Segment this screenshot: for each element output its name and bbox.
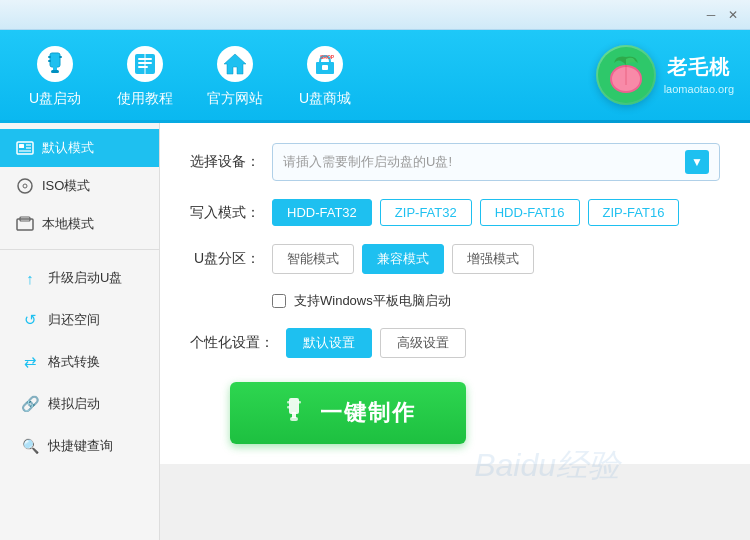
home-icon xyxy=(217,46,253,82)
personal-buttons: 默认设置 高级设置 xyxy=(286,328,466,358)
nav-label-website: 官方网站 xyxy=(207,90,263,108)
partition-smart[interactable]: 智能模式 xyxy=(272,244,354,274)
usb-icon xyxy=(37,46,73,82)
format-icon: ⇄ xyxy=(20,352,40,372)
action-label-upgrade: 升级启动U盘 xyxy=(48,269,122,287)
partition-enhance[interactable]: 增强模式 xyxy=(452,244,534,274)
svg-rect-4 xyxy=(59,56,62,58)
brand-name: 老毛桃 xyxy=(664,54,734,81)
tablet-checkbox[interactable] xyxy=(272,294,286,308)
partition-buttons: 智能模式 兼容模式 增强模式 xyxy=(272,244,534,274)
device-select[interactable]: 请插入需要制作启动盘的U盘! ▼ xyxy=(272,143,720,181)
write-mode-label: 写入模式： xyxy=(190,204,260,222)
restore-icon: ↺ xyxy=(20,310,40,330)
write-mode-hdd-fat32[interactable]: HDD-FAT32 xyxy=(272,199,372,226)
sidebar-modes: 默认模式 ISO模式 本地模式 xyxy=(0,123,159,250)
write-mode-zip-fat16[interactable]: ZIP-FAT16 xyxy=(588,199,680,226)
svg-rect-0 xyxy=(50,53,60,67)
sidebar-item-default-mode[interactable]: 默认模式 xyxy=(0,129,159,167)
device-label: 选择设备： xyxy=(190,153,260,171)
content-panel: 选择设备： 请插入需要制作启动盘的U盘! ▼ 写入模式： HDD-FAT32 Z… xyxy=(160,123,750,464)
nav-item-tutorial[interactable]: 使用教程 xyxy=(100,35,190,115)
nav-item-shop[interactable]: SHOP U盘商城 xyxy=(280,35,370,115)
action-label-simulate: 模拟启动 xyxy=(48,395,100,413)
sidebar-action-restore[interactable]: ↺ 归还空间 xyxy=(6,301,153,339)
sidebar-action-simulate[interactable]: 🔗 模拟启动 xyxy=(6,385,153,423)
sidebar-item-iso-mode[interactable]: ISO模式 xyxy=(0,167,159,205)
action-label-format: 格式转换 xyxy=(48,353,100,371)
sidebar-item-local-mode[interactable]: 本地模式 xyxy=(0,205,159,243)
close-button[interactable]: ✕ xyxy=(724,6,742,24)
svg-point-26 xyxy=(23,184,27,188)
svg-rect-2 xyxy=(51,70,59,73)
title-bar: ─ ✕ xyxy=(0,0,750,30)
minimize-button[interactable]: ─ xyxy=(702,6,720,24)
personal-row: 个性化设置： 默认设置 高级设置 xyxy=(190,328,720,358)
svg-rect-29 xyxy=(289,398,299,414)
nav-icon-shop: SHOP xyxy=(303,42,347,86)
default-settings-btn[interactable]: 默认设置 xyxy=(286,328,372,358)
device-placeholder: 请插入需要制作启动盘的U盘! xyxy=(283,153,452,171)
make-button[interactable]: 一键制作 xyxy=(230,382,466,444)
brand-logo: 老毛桃 laomaotao.org xyxy=(596,45,734,105)
make-button-label: 一键制作 xyxy=(320,398,416,428)
nav-icon-usb-boot xyxy=(33,42,77,86)
svg-point-25 xyxy=(18,179,32,193)
svg-rect-9 xyxy=(138,66,148,68)
upgrade-icon: ↑ xyxy=(20,268,40,288)
svg-rect-3 xyxy=(48,56,51,58)
shortcut-icon: 🔍 xyxy=(20,436,40,456)
nav-label-shop: U盘商城 xyxy=(299,90,351,108)
shop-icon: SHOP xyxy=(307,46,343,82)
action-label-shortcut: 快捷键查询 xyxy=(48,437,113,455)
device-row: 选择设备： 请插入需要制作启动盘的U盘! ▼ xyxy=(190,143,720,181)
main-area: 默认模式 ISO模式 本地模式 xyxy=(0,123,750,540)
svg-text:SHOP: SHOP xyxy=(320,54,335,60)
logo-circle xyxy=(596,45,656,105)
brand-url: laomaotao.org xyxy=(664,83,734,95)
partition-row: U盘分区： 智能模式 兼容模式 增强模式 xyxy=(190,244,720,274)
write-mode-buttons: HDD-FAT32 ZIP-FAT32 HDD-FAT16 ZIP-FAT16 xyxy=(272,199,679,226)
simulate-icon: 🔗 xyxy=(20,394,40,414)
sidebar: 默认模式 ISO模式 本地模式 xyxy=(0,123,160,540)
action-label-restore: 归还空间 xyxy=(48,311,100,329)
nav-item-usb-boot[interactable]: U盘启动 xyxy=(10,35,100,115)
partition-label: U盘分区： xyxy=(190,250,260,268)
write-mode-hdd-fat16[interactable]: HDD-FAT16 xyxy=(480,199,580,226)
svg-rect-34 xyxy=(287,406,290,409)
sidebar-label-iso: ISO模式 xyxy=(42,177,90,195)
checkbox-label[interactable]: 支持Windows平板电脑启动 xyxy=(294,292,451,310)
make-button-usb-icon xyxy=(280,396,308,430)
nav-icon-tutorial xyxy=(123,42,167,86)
svg-rect-5 xyxy=(48,60,51,62)
nav-item-website[interactable]: 官方网站 xyxy=(190,35,280,115)
device-dropdown-arrow[interactable]: ▼ xyxy=(685,150,709,174)
local-mode-icon xyxy=(16,215,34,233)
advanced-settings-btn[interactable]: 高级设置 xyxy=(380,328,466,358)
book-icon xyxy=(127,46,163,82)
sidebar-action-shortcut[interactable]: 🔍 快捷键查询 xyxy=(6,427,153,465)
sidebar-label-local: 本地模式 xyxy=(42,215,94,233)
svg-marker-11 xyxy=(224,54,246,74)
checkbox-row: 支持Windows平板电脑启动 xyxy=(190,292,720,310)
sidebar-action-format[interactable]: ⇄ 格式转换 xyxy=(6,343,153,381)
sidebar-label-default: 默认模式 xyxy=(42,139,94,157)
brand-text: 老毛桃 laomaotao.org xyxy=(664,54,734,96)
write-mode-row: 写入模式： HDD-FAT32 ZIP-FAT32 HDD-FAT16 ZIP-… xyxy=(190,199,720,226)
nav-label-usb-boot: U盘启动 xyxy=(29,90,81,108)
sidebar-actions: ↑ 升级启动U盘 ↺ 归还空间 ⇄ 格式转换 🔗 模拟启动 🔍 快捷键查询 xyxy=(0,250,159,474)
nav-icon-website xyxy=(213,42,257,86)
svg-rect-14 xyxy=(322,65,328,70)
default-mode-icon xyxy=(16,139,34,157)
nav-label-tutorial: 使用教程 xyxy=(117,90,173,108)
svg-rect-21 xyxy=(19,144,24,148)
svg-rect-33 xyxy=(298,401,301,404)
svg-rect-31 xyxy=(290,417,298,421)
partition-compat[interactable]: 兼容模式 xyxy=(362,244,444,274)
iso-mode-icon xyxy=(16,177,34,195)
svg-rect-32 xyxy=(287,401,290,404)
personal-label: 个性化设置： xyxy=(190,334,274,352)
make-btn-wrapper: 一键制作 xyxy=(190,382,720,444)
write-mode-zip-fat32[interactable]: ZIP-FAT32 xyxy=(380,199,472,226)
sidebar-action-upgrade[interactable]: ↑ 升级启动U盘 xyxy=(6,259,153,297)
